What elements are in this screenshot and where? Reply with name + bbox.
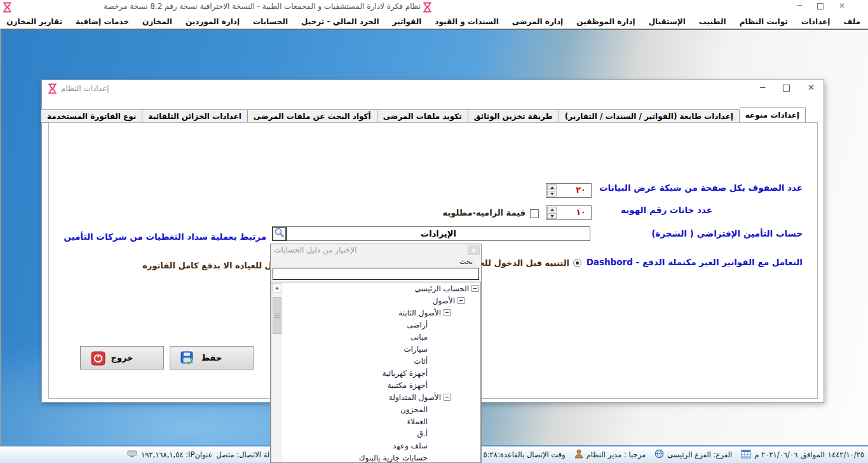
tab-printer-settings[interactable]: إعدادات طابعة (الفواتير / السندات / التق… (559, 109, 740, 123)
id-digits-label: عدد خانات رقم الهويه (621, 205, 712, 215)
screen: نظام فكرة لادارة المستشفيات و المجمعات ا… (0, 0, 868, 463)
menu-item-vouchers[interactable]: السندات و القيود (435, 17, 498, 26)
tab-patient-file-search-codes[interactable]: أكواد البحث عن ملفات المرضى (248, 109, 377, 123)
collapse-icon[interactable] (471, 285, 478, 292)
menu-item-settings[interactable]: إعدادات (801, 17, 831, 26)
spin-up-icon[interactable] (547, 184, 557, 190)
tree-node[interactable]: أجهزة مكتبية (271, 379, 480, 391)
menu-item-store-reports[interactable]: تقارير المخازن (6, 17, 62, 26)
required-value-label: قيمة الزاميه-مطلوبه (443, 208, 526, 218)
tree-node[interactable]: أ.ق (271, 427, 480, 439)
tree-node[interactable]: الأصول الثابتة (271, 307, 480, 319)
app-logo-icon (423, 2, 432, 15)
rows-per-page-value: ٢٠ (576, 185, 586, 195)
tab-patient-file-coding[interactable]: تكويد ملفات المرضى (377, 109, 468, 123)
menu-item-employees[interactable]: إدارة الموظفين (576, 17, 635, 26)
magnifier-icon (274, 227, 285, 240)
dialog-title: إعدادات النظام (61, 84, 109, 93)
popup-close-icon[interactable]: x (468, 245, 480, 255)
accounts-tree: الحساب الرئيسي الأصول الأصول الثابتة أرا… (271, 282, 481, 463)
required-value-checkbox[interactable] (530, 209, 539, 218)
menu-item-suppliers[interactable]: إدارة الموردين (186, 17, 240, 26)
calendar-icon (741, 449, 751, 460)
alert-before-entry-radio[interactable] (573, 259, 581, 267)
close-icon[interactable]: ✕ (839, 1, 845, 10)
insurance-linked-note: مرتبط بعملية سداد التغطيات من شركات التأ… (64, 232, 266, 242)
network-icon (127, 450, 137, 460)
user-icon (574, 449, 583, 460)
search-label: بحث (459, 258, 473, 266)
popup-header: الإختيار من دليل الحسابات x (271, 244, 481, 257)
tree-node[interactable]: مبانى (271, 331, 480, 343)
dialog-logo-icon (48, 83, 57, 97)
tab-document-storage[interactable]: طريقة تخزين الوثائق (468, 109, 559, 123)
tree-scrollbar[interactable] (272, 283, 282, 462)
tree-node[interactable]: أثاث (271, 355, 480, 367)
tree-node[interactable]: الأصول (271, 294, 480, 307)
scroll-up-icon[interactable] (272, 283, 282, 293)
menu-item-reception[interactable]: الإستقبال (649, 17, 686, 26)
spin-down-icon[interactable] (547, 213, 557, 219)
menu-item-extra-services[interactable]: خدمات إضافية (76, 17, 129, 26)
tree-node[interactable]: المخزون (271, 403, 480, 415)
scrollbar-thumb[interactable] (273, 297, 281, 334)
minimize-icon[interactable]: ─ (797, 1, 802, 10)
spin-down-icon[interactable] (547, 191, 557, 197)
tab-auto-safes-settings[interactable]: اعدادات الخزائن التلقائية (142, 109, 247, 123)
account-search-input[interactable] (273, 268, 479, 280)
date-word: الموافق (801, 450, 825, 459)
dialog-close-icon[interactable]: ✕ (808, 83, 815, 92)
insurance-account-input[interactable]: الإيرادات (287, 226, 590, 241)
app-logo-icon (3, 2, 12, 15)
tree-node[interactable]: الأصول المتداولة (271, 391, 480, 403)
spin-up-icon[interactable] (547, 207, 557, 212)
exit-button[interactable]: خروج (80, 346, 164, 370)
dialog-maximize-icon[interactable] (783, 85, 790, 92)
menu-item-patients[interactable]: إدارة المرضى (512, 17, 563, 26)
id-digits-stepper[interactable]: ١٠ (546, 205, 592, 220)
menu-item-doctor[interactable]: الطبيب (699, 17, 726, 26)
menu-item-constants[interactable]: ثوابت النظام (740, 17, 788, 26)
popup-title: الإختيار من دليل الحسابات (274, 245, 356, 254)
save-button-label: حفظ (170, 347, 253, 369)
globe-icon (654, 449, 664, 460)
tree-node[interactable]: حسابات جارية بالبنوك (271, 452, 480, 463)
tab-invoice-type[interactable]: نوع الفاتورة المستخدمة (41, 109, 142, 123)
save-button[interactable]: حفظ (170, 346, 254, 370)
tree-node[interactable]: سلف وعهد (271, 439, 480, 452)
ip-address: عنوانIP: ١٩٢,١٦٨,١,٥٤ (141, 450, 212, 459)
tree-node[interactable]: أراضى (271, 319, 480, 331)
tab-misc-settings[interactable]: إعدادات منوعه (740, 107, 806, 123)
tree-node[interactable]: أجهزة كهربائية (271, 367, 480, 379)
tree-node[interactable]: الحساب الرئيسي (271, 282, 480, 294)
rows-per-page-label: عدد الصفوف بكل صفحة من شبكة عرض البيانات (599, 183, 803, 193)
insurance-account-label: حساب التأمين الإفتراضي ( الشجرة) (651, 228, 803, 238)
date-gregorian: ٢٠٢١/٠٦/٠٦ م (754, 450, 797, 459)
account-chooser-popup: الإختيار من دليل الحسابات x بحث الحساب ا… (270, 244, 482, 463)
main-menubar: ملف إعدادات ثوابت النظام الطبيب الإستقبا… (0, 14, 868, 29)
collapse-icon[interactable] (458, 297, 465, 304)
account-lookup-button[interactable] (272, 226, 287, 241)
db-connection-time: وقت الإتصال بالقاعدة:٠٥:٢٨ م (473, 450, 566, 459)
app-title: نظام فكرة لادارة المستشفيات و المجمعات ا… (104, 2, 421, 11)
dialog-minimize-icon[interactable]: ─ (760, 83, 765, 92)
tree-node[interactable]: سيارات (271, 343, 480, 355)
menu-item-accounts[interactable]: الحسابات (253, 17, 288, 26)
rows-per-page-stepper[interactable]: ٢٠ (546, 183, 592, 198)
menu-item-stores[interactable]: المخازن (142, 17, 172, 26)
menu-item-inventory-posting[interactable]: الجرد المالي - ترحيل (301, 17, 379, 26)
tree-node[interactable]: العملاء (271, 415, 480, 427)
maximize-icon[interactable] (817, 3, 824, 10)
exit-button-label: خروج (81, 347, 163, 369)
id-digits-value: ١٠ (576, 207, 586, 217)
menu-item-file[interactable]: ملف (843, 17, 860, 26)
date-hijri: ١٤٤٢/١٠/٢٥ (828, 450, 864, 459)
menu-item-invoices[interactable]: الفواتير (393, 17, 422, 26)
settings-tabstrip: إعدادات منوعه إعدادات طابعة (الفواتير / … (41, 107, 806, 123)
branch-name: الفرع: الفرع الرئيسي (667, 450, 732, 459)
collapse-icon[interactable] (444, 309, 451, 316)
collapse-icon[interactable] (444, 394, 451, 401)
unpaid-invoices-label: التعامل مع الفواتير الغير مكتملة الدفع -… (587, 257, 803, 267)
main-titlebar: نظام فكرة لادارة المستشفيات و المجمعات ا… (0, 0, 868, 14)
welcome-user: مرحبا : مدير النظام (587, 450, 646, 459)
